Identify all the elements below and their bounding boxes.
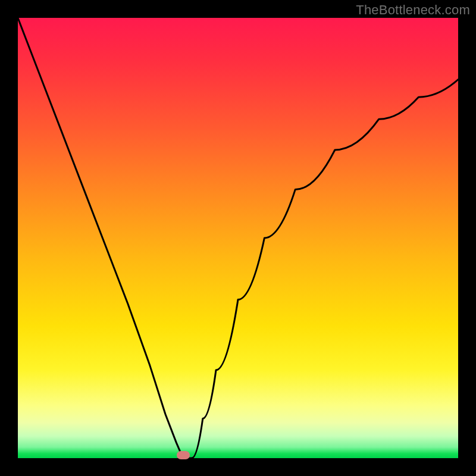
chart-frame: TheBottleneck.com	[0, 0, 476, 476]
watermark-text: TheBottleneck.com	[356, 2, 470, 18]
curve-right-branch	[192, 80, 458, 458]
curve-left-branch	[18, 18, 183, 458]
plot-area	[18, 18, 458, 458]
optimal-point-marker	[177, 451, 190, 459]
bottleneck-curve	[18, 18, 458, 458]
